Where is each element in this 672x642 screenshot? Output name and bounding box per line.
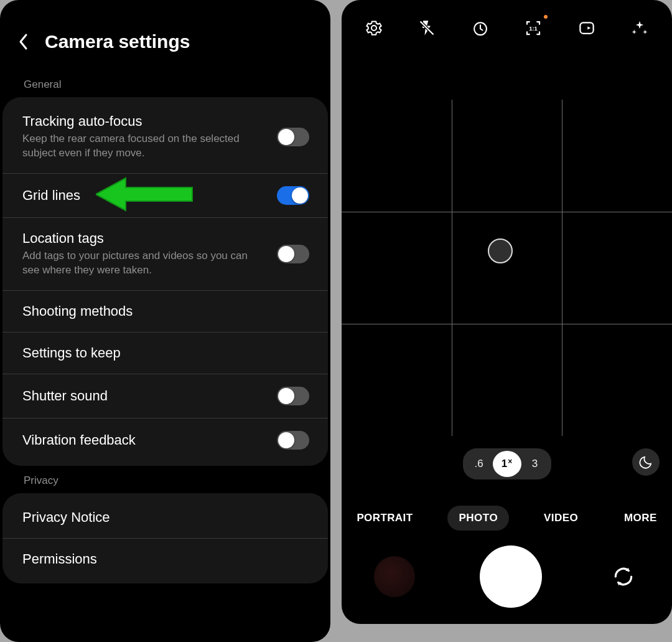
grid-line-icon — [342, 212, 672, 212]
camera-panel: 1:1 .6 1× 3 PORTRAIT PHOTO VIDEO MORE — [342, 0, 672, 624]
setting-title: Grid lines — [22, 187, 268, 204]
setting-title: Permissions — [22, 551, 301, 567]
setting-title: Tracking auto-focus — [22, 113, 268, 130]
settings-group-general: Tracking auto-focus Keep the rear camera… — [2, 97, 328, 466]
section-privacy-label: Privacy — [0, 466, 330, 493]
toggle-grid-lines[interactable] — [277, 186, 309, 205]
moon-icon — [638, 455, 653, 470]
camera-bottom-bar — [342, 545, 672, 608]
switch-camera-button[interactable] — [607, 560, 640, 593]
setting-permissions[interactable]: Permissions — [2, 538, 328, 580]
mode-video[interactable]: VIDEO — [533, 506, 589, 531]
setting-vibration-feedback[interactable]: Vibration feedback — [2, 418, 328, 462]
toggle-vibration-feedback[interactable] — [277, 431, 309, 450]
mode-more[interactable]: MORE — [613, 506, 668, 531]
grid-line-icon — [562, 100, 562, 436]
setting-location-tags[interactable]: Location tags Add tags to your pictures … — [2, 217, 328, 290]
filters-icon[interactable] — [629, 17, 650, 39]
setting-title: Vibration feedback — [22, 432, 268, 448]
mode-photo[interactable]: PHOTO — [447, 506, 509, 531]
setting-title: Privacy Notice — [22, 509, 301, 526]
gear-icon[interactable] — [363, 17, 385, 39]
toggle-shutter-sound[interactable] — [277, 387, 309, 405]
zoom-1x-button[interactable]: 1× — [493, 451, 521, 477]
mode-portrait[interactable]: PORTRAIT — [345, 506, 424, 531]
back-icon[interactable] — [17, 32, 30, 51]
page-title: Camera settings — [45, 31, 190, 52]
focus-ring-icon — [488, 238, 513, 263]
viewfinder[interactable] — [342, 100, 672, 436]
zoom-selector: .6 1× 3 — [342, 448, 672, 479]
toggle-location-tags[interactable] — [277, 245, 309, 263]
setting-shooting-methods[interactable]: Shooting methods — [2, 290, 328, 332]
toggle-tracking-autofocus[interactable] — [277, 128, 309, 146]
indicator-dot-icon — [544, 15, 548, 19]
switch-camera-icon — [612, 565, 635, 588]
mode-selector[interactable]: PORTRAIT PHOTO VIDEO MORE — [342, 506, 672, 531]
settings-group-privacy: Privacy Notice Permissions — [2, 493, 328, 583]
shutter-button[interactable] — [480, 545, 542, 608]
night-mode-button[interactable] — [632, 448, 660, 476]
setting-tracking-autofocus[interactable]: Tracking auto-focus Keep the rear camera… — [2, 101, 328, 173]
setting-title: Location tags — [22, 230, 268, 247]
setting-privacy-notice[interactable]: Privacy Notice — [2, 497, 328, 538]
setting-title: Settings to keep — [22, 345, 301, 361]
setting-desc: Add tags to your pictures and videos so … — [22, 249, 253, 278]
setting-desc: Keep the rear camera focused on the sele… — [22, 132, 253, 161]
setting-settings-to-keep[interactable]: Settings to keep — [2, 332, 328, 374]
zoom-wide-button[interactable]: .6 — [465, 453, 493, 475]
svg-rect-5 — [580, 22, 593, 34]
setting-grid-lines[interactable]: Grid lines — [2, 173, 328, 217]
settings-panel: Camera settings General Tracking auto-fo… — [0, 0, 330, 642]
zoom-tele-button[interactable]: 3 — [521, 453, 549, 475]
setting-shutter-sound[interactable]: Shutter sound — [2, 374, 328, 418]
settings-header: Camera settings — [0, 0, 330, 70]
grid-line-icon — [452, 100, 452, 436]
setting-title: Shutter sound — [22, 388, 268, 404]
setting-title: Shooting methods — [22, 303, 301, 319]
section-general-label: General — [0, 70, 330, 97]
gallery-thumbnail[interactable] — [374, 556, 415, 597]
camera-topbar: 1:1 — [342, 0, 672, 50]
timer-icon[interactable] — [470, 17, 491, 39]
motion-photo-icon[interactable] — [576, 17, 597, 39]
aspect-ratio-icon[interactable]: 1:1 — [523, 17, 544, 39]
grid-line-icon — [342, 324, 672, 324]
flash-off-icon[interactable] — [416, 17, 437, 39]
svg-text:1:1: 1:1 — [529, 26, 538, 32]
